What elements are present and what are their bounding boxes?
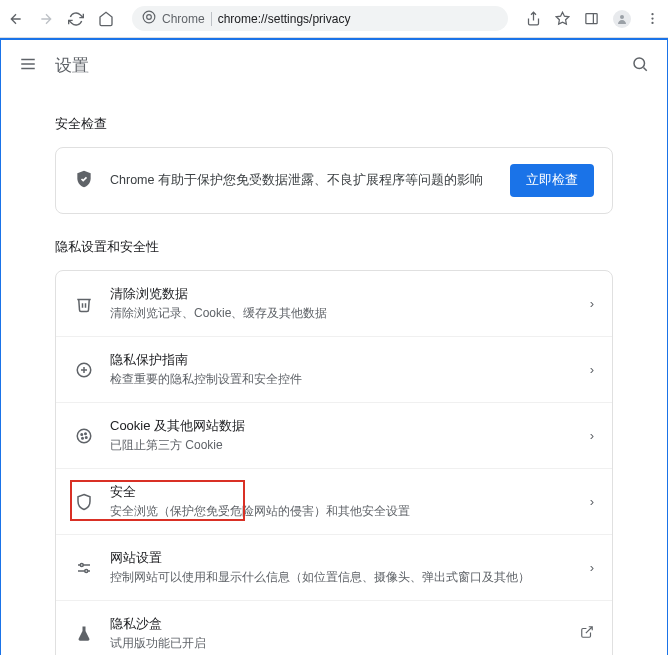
svg-rect-3 [586,14,597,24]
svg-point-21 [86,436,88,438]
panel-icon[interactable] [584,11,599,26]
chevron-right-icon: › [590,296,594,311]
browser-toolbar: Chrome chrome://settings/privacy [0,0,668,38]
row-text: 网站设置 控制网站可以使用和显示什么信息（如位置信息、摄像头、弹出式窗口及其他） [110,549,574,586]
row-text: 清除浏览数据 清除浏览记录、Cookie、缓存及其他数据 [110,285,574,322]
row-sub: 已阻止第三方 Cookie [110,437,574,454]
address-bar[interactable]: Chrome chrome://settings/privacy [132,6,508,31]
toolbar-right [526,10,660,28]
shield-icon [74,493,94,511]
section-privacy: 隐私设置和安全性 [55,238,613,256]
row-title: 清除浏览数据 [110,285,574,303]
forward-icon[interactable] [38,11,54,27]
row-title: 网站设置 [110,549,574,567]
row-privacy-guide[interactable]: 隐私保护指南 检查重要的隐私控制设置和安全控件 › [56,337,612,403]
row-clear-browsing-data[interactable]: 清除浏览数据 清除浏览记录、Cookie、缓存及其他数据 › [56,271,612,337]
chevron-right-icon: › [590,560,594,575]
shield-check-icon [74,169,94,192]
svg-point-24 [80,563,83,566]
safety-check-desc: Chrome 有助于保护您免受数据泄露、不良扩展程序等问题的影响 [110,172,494,189]
svg-point-25 [85,569,88,572]
row-sub: 试用版功能已开启 [110,635,564,652]
svg-point-7 [651,17,653,19]
sliders-icon [74,559,94,577]
row-text: 隐私沙盒 试用版功能已开启 [110,615,564,652]
svg-point-8 [651,22,653,24]
star-icon[interactable] [555,11,570,26]
row-cookies[interactable]: Cookie 及其他网站数据 已阻止第三方 Cookie › [56,403,612,469]
svg-point-19 [85,433,87,435]
svg-point-18 [81,433,83,435]
flask-icon [74,625,94,643]
cookie-icon [74,427,94,445]
row-site-settings[interactable]: 网站设置 控制网站可以使用和显示什么信息（如位置信息、摄像头、弹出式窗口及其他）… [56,535,612,601]
chevron-right-icon: › [590,362,594,377]
row-title: 隐私沙盒 [110,615,564,633]
svg-point-6 [651,13,653,15]
safety-check-card: Chrome 有助于保护您免受数据泄露、不良扩展程序等问题的影响 立即检查 [55,147,613,214]
back-icon[interactable] [8,11,24,27]
content-area: 设置 安全检查 Chrome 有助于保护您免受数据泄露、不良扩展程序等问题的影响… [0,38,668,655]
safety-check-row: Chrome 有助于保护您免受数据泄露、不良扩展程序等问题的影响 立即检查 [56,148,612,213]
svg-point-1 [147,15,152,20]
svg-point-5 [620,15,624,19]
check-now-button[interactable]: 立即检查 [510,164,594,197]
chrome-icon [142,10,156,27]
row-title: Cookie 及其他网站数据 [110,417,574,435]
home-icon[interactable] [98,11,114,27]
trash-icon [74,295,94,313]
addr-url: chrome://settings/privacy [218,12,351,26]
row-text: Cookie 及其他网站数据 已阻止第三方 Cookie [110,417,574,454]
external-link-icon [580,625,594,642]
row-sub: 控制网站可以使用和显示什么信息（如位置信息、摄像头、弹出式窗口及其他） [110,569,574,586]
search-icon[interactable] [631,55,649,76]
reload-icon[interactable] [68,11,84,27]
hamburger-icon[interactable] [19,55,37,76]
chevron-right-icon: › [590,494,594,509]
row-text: 隐私保护指南 检查重要的隐私控制设置和安全控件 [110,351,574,388]
divider [211,12,212,26]
svg-point-12 [634,58,645,69]
page-title: 设置 [55,54,89,77]
svg-line-13 [643,67,646,70]
chevron-right-icon: › [590,428,594,443]
row-sub: 清除浏览记录、Cookie、缓存及其他数据 [110,305,574,322]
row-sub: 检查重要的隐私控制设置和安全控件 [110,371,574,388]
page-header: 设置 [1,40,667,91]
row-privacy-sandbox[interactable]: 隐私沙盒 试用版功能已开启 [56,601,612,655]
row-title: 安全 [110,483,574,501]
svg-point-20 [82,437,84,439]
profile-avatar[interactable] [613,10,631,28]
privacy-list-card: 清除浏览数据 清除浏览记录、Cookie、缓存及其他数据 › 隐私保护指南 检查… [55,270,613,655]
main-content: 安全检查 Chrome 有助于保护您免受数据泄露、不良扩展程序等问题的影响 立即… [1,115,667,655]
row-text: 安全 安全浏览（保护您免受危险网站的侵害）和其他安全设置 [110,483,574,520]
svg-point-17 [77,429,91,443]
row-security[interactable]: 安全 安全浏览（保护您免受危险网站的侵害）和其他安全设置 › [56,469,612,535]
svg-marker-2 [556,12,569,24]
plus-circle-icon [74,361,94,379]
share-icon[interactable] [526,11,541,26]
svg-point-0 [143,11,155,23]
menu-dots-icon[interactable] [645,11,660,26]
row-title: 隐私保护指南 [110,351,574,369]
nav-buttons [8,11,114,27]
row-sub: 安全浏览（保护您免受危险网站的侵害）和其他安全设置 [110,503,574,520]
addr-label: Chrome [162,12,205,26]
section-safety-check: 安全检查 [55,115,613,133]
